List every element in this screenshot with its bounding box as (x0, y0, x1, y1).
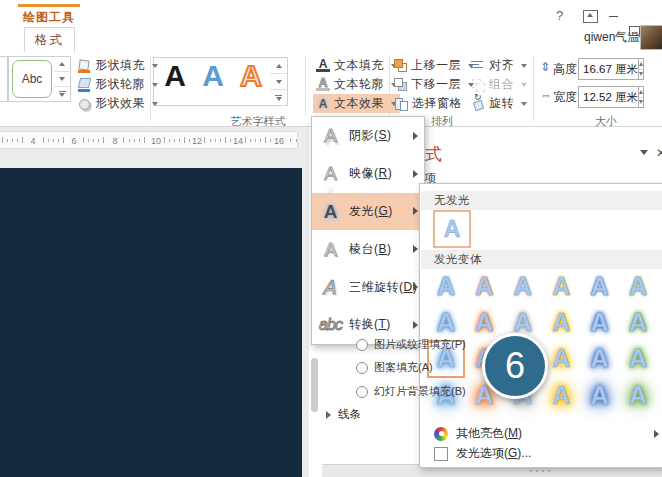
glow-variant-r1c5[interactable]: A (583, 269, 617, 303)
shape-button-1[interactable]: 形状填充 (77, 57, 158, 74)
button-label: 下移一层 (411, 76, 461, 93)
help-icon[interactable]: ? (556, 8, 563, 23)
scroll-down-icon[interactable] (54, 72, 70, 87)
arrange-button-2[interactable]: 下移一层 (394, 76, 474, 93)
account-name[interactable]: qiwen气温 (584, 29, 639, 46)
line-section-header[interactable]: 线条 (326, 407, 361, 422)
submenu-arrow-icon (654, 430, 659, 438)
glow-variant-r3c6[interactable]: A (621, 342, 655, 376)
glow-variant-r1c2[interactable]: A (467, 269, 501, 303)
more-glow-colors-label: 其他亮色(M) (456, 425, 522, 442)
ruler-number: 12 (190, 136, 204, 146)
fill-option-2[interactable]: 图案填充(A) (356, 360, 433, 375)
submenu-arrow-icon (413, 207, 418, 215)
glow-variant-r2c6[interactable]: A (621, 305, 655, 339)
glow-letter: A (437, 272, 455, 301)
height-field[interactable]: 16.67 厘米 (578, 58, 644, 80)
width-value[interactable]: 12.52 厘米 (579, 90, 638, 105)
fill-option-1[interactable]: 图片或纹理填充(P) (356, 337, 466, 352)
button-label: 旋转 (489, 95, 514, 112)
height-stepper[interactable] (638, 59, 643, 79)
glow-variant-r2c5[interactable]: A (583, 305, 617, 339)
glow-variant-r4c4[interactable]: A (544, 378, 578, 412)
chevron-down-icon (521, 64, 527, 68)
contextual-tab-drawing-tools[interactable]: 绘图工具 (12, 9, 86, 26)
horizontal-ruler[interactable]: 46810121416 (0, 131, 298, 149)
wordart-sample-2[interactable]: A (198, 59, 228, 93)
account-avatar[interactable] (640, 25, 662, 50)
ruler-tick (210, 139, 211, 142)
ribbon-display-options-icon[interactable] (583, 10, 598, 23)
glow-letter: A (591, 272, 609, 301)
scroll-up-icon[interactable] (54, 57, 70, 72)
text-button-3-active[interactable]: A文本效果 (313, 94, 400, 113)
button-label: 形状效果 (95, 95, 145, 112)
glow-variant-r3c5[interactable]: A (583, 342, 617, 376)
glow-variant-r2c1[interactable]: A (429, 305, 463, 339)
more-glow-colors-item[interactable]: 其他亮色(M) (434, 425, 522, 442)
shape-button-3[interactable]: 形状效果 (77, 95, 158, 112)
shape-style-sample[interactable]: Abc (8, 56, 56, 102)
glow-variant-r1c3[interactable]: A (506, 269, 540, 303)
glow-variant-r4c6[interactable]: A (621, 378, 655, 412)
wordart-sample-1[interactable]: A (160, 59, 190, 93)
arrange-button-1[interactable]: 上移一层 (394, 57, 474, 74)
no-glow-header: 无发光 (421, 191, 662, 210)
scrollbar-thumb[interactable] (311, 358, 318, 412)
menu-item-rotation-3d[interactable]: A三维旋转(D) (312, 268, 424, 306)
pane-close-icon[interactable]: ✕ (656, 146, 662, 160)
wordart-sample-3[interactable]: A (236, 59, 266, 93)
arrange-button-right-3[interactable]: 旋转 (471, 95, 527, 112)
menu-item-shadow[interactable]: A阴影(S) (312, 117, 424, 155)
glow-letter: A (629, 344, 647, 373)
slide-canvas[interactable] (0, 168, 302, 477)
text-button-1[interactable]: A文本填充 (313, 56, 400, 75)
pane-menu-chevron-icon[interactable] (640, 150, 648, 155)
arrange-button-right-1[interactable]: 对齐 (471, 57, 527, 74)
glow-letter: A (552, 381, 570, 410)
ruler-tick (296, 139, 297, 142)
submenu-arrow-icon (413, 132, 418, 140)
expand-arrow-icon (326, 411, 331, 419)
glow-variant-r2c4[interactable]: A (544, 305, 578, 339)
minimize-icon[interactable] (609, 16, 618, 17)
glow-variant-r4c5[interactable]: A (583, 378, 617, 412)
shape-button-2[interactable]: 形状轮廓 (77, 76, 158, 93)
gallery-resize-handle[interactable] (528, 458, 552, 476)
glow-variant-r1c4[interactable]: A (544, 269, 578, 303)
ruler-tick (215, 139, 216, 142)
width-stepper[interactable] (638, 87, 643, 107)
scroll-down-icon[interactable] (270, 74, 287, 90)
fill-option-3[interactable]: 幻灯片背景填充(B) (356, 384, 466, 399)
rotation-3d-icon: A (310, 277, 352, 297)
glow-letter: A (591, 381, 609, 410)
glow-variant-r3c4[interactable]: A (544, 342, 578, 376)
tab-format[interactable]: 格式 (24, 27, 75, 52)
ruler-tick (179, 139, 180, 142)
glow-letter: A (552, 272, 570, 301)
ruler-tick (225, 137, 226, 143)
arrange-button-3[interactable]: 选择窗格 (394, 95, 462, 112)
submenu-arrow-icon (413, 170, 418, 178)
gallery-more-icon[interactable] (54, 87, 70, 101)
height-value[interactable]: 16.67 厘米 (579, 62, 638, 77)
height-label: 高度: (553, 61, 580, 78)
glow-letter: A (552, 344, 570, 373)
width-field[interactable]: 12.52 厘米 (578, 86, 644, 108)
button-label: 对齐 (489, 57, 514, 74)
gallery-more-icon[interactable] (270, 90, 287, 105)
scroll-up-icon[interactable] (270, 58, 287, 74)
powerpoint-window: 绘图工具 格式 ? qiwen气温 Abc 艺术字样式 排列 ⇕ 高度: 16.… (0, 0, 662, 477)
text-button-2[interactable]: A文本轮廓 (313, 75, 400, 94)
menu-item-reflection[interactable]: AA映像(R) (312, 155, 424, 193)
glow-variant-r2c2[interactable]: A (467, 305, 501, 339)
text-fill-icon: A (316, 59, 330, 72)
selection-pane-icon (394, 97, 408, 111)
no-glow-thumbnail[interactable]: A (433, 210, 471, 248)
glow-variant-r1c1[interactable]: A (429, 269, 463, 303)
menu-item-bevel[interactable]: A棱台(B) (312, 230, 424, 268)
menu-item-glow[interactable]: A发光(G) (312, 193, 424, 231)
ruler-tick (12, 139, 13, 142)
glow-options-item[interactable]: 发光选项(G)... (434, 445, 531, 462)
glow-variant-r1c6[interactable]: A (621, 269, 655, 303)
